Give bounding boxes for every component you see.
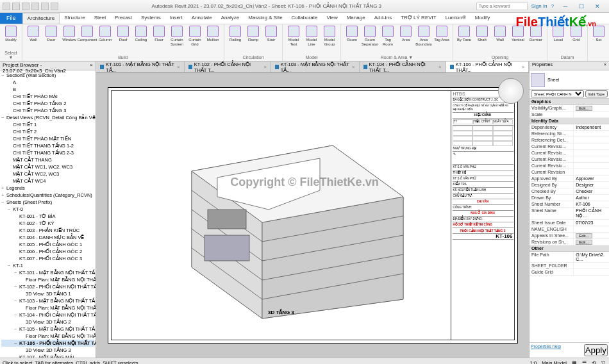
tree-node[interactable]: −Detail Views (RCVN_Detail Công Bản Vẽ) bbox=[1, 114, 94, 121]
ribbon-button[interactable]: Ramp bbox=[245, 26, 262, 42]
tree-node[interactable]: KT-007 - PHỐI CẢNH GÓC 3 bbox=[1, 255, 94, 262]
tree-node[interactable]: 3D View: 3D TẦNG 2 bbox=[1, 318, 94, 326]
sheet-viewport[interactable]: 3D TẦNG 3 bbox=[128, 107, 435, 325]
tree-node[interactable]: A bbox=[1, 79, 94, 86]
property-row[interactable]: Referencing Det... bbox=[530, 137, 609, 144]
close-icon[interactable]: × bbox=[604, 62, 606, 69]
tree-node[interactable]: KT-005 - PHỐI CẢNH GÓC 1 bbox=[1, 241, 94, 248]
tree-node[interactable]: −KT-103 - MẶT BẰNG NỘI THẤT TẦNG 2 bbox=[1, 297, 94, 304]
property-row[interactable]: Current Revisio... bbox=[530, 150, 609, 156]
tree-node[interactable]: CHI TIẾT PHÀO TẦNG 2 bbox=[1, 100, 94, 107]
minimize-button[interactable]: ─ bbox=[558, 1, 573, 12]
tree-node[interactable]: CHI TIẾT 2 bbox=[1, 128, 94, 135]
ribbon-tab[interactable]: Structure bbox=[60, 13, 89, 24]
tree-node[interactable]: MẶT CẮT THANG bbox=[1, 156, 94, 163]
ribbon-button[interactable]: Stair bbox=[263, 26, 279, 42]
type-preview[interactable]: Sheet bbox=[530, 70, 609, 90]
tree-node[interactable]: CHI TIẾT 1 bbox=[1, 121, 94, 128]
property-row[interactable]: Sheet Issue Date07/07/23 bbox=[530, 220, 609, 226]
tree-node[interactable]: KT-006 - PHỐI CẢNH GÓC 2 bbox=[1, 248, 94, 255]
document-tab[interactable]: KT-101 - MẬT BẰNG NỘI THẤT TẦ...× bbox=[96, 62, 185, 72]
ribbon-button[interactable]: Floor bbox=[151, 26, 167, 42]
tree-node[interactable]: −KT-105 - MẶT BẰNG NỘI THẤT TẦNG 3 bbox=[1, 326, 94, 333]
sb-icon[interactable]: ⟲ bbox=[590, 360, 597, 364]
tree-node[interactable]: Floor Plan: MẶT BẰNG NỘI THẤT bbox=[1, 304, 94, 311]
property-row[interactable]: Current Revisio... bbox=[530, 156, 609, 163]
ribbon-button[interactable]: Roof bbox=[115, 26, 131, 42]
ribbon-button[interactable]: Model Group bbox=[321, 26, 338, 47]
tree-node[interactable]: −KT-106 - PHỐI CẢNH NỘI THẤT TẦNG bbox=[1, 340, 94, 347]
ribbon-tab[interactable]: Insert bbox=[165, 13, 187, 24]
ribbon-button[interactable]: Railing bbox=[227, 26, 244, 42]
maximize-button[interactable]: ☐ bbox=[574, 1, 589, 12]
ribbon-tab[interactable]: Analyze bbox=[217, 13, 244, 24]
tree-node[interactable]: 3D View: 3D TẦNG 3 bbox=[1, 347, 94, 354]
apply-button[interactable]: Apply bbox=[584, 344, 608, 356]
tree-node[interactable]: −KT-101 - MẶT BẰNG NỘI THẤT TẦNG 1 bbox=[1, 269, 94, 276]
property-row[interactable]: Referencing Sh... bbox=[530, 131, 609, 137]
qat-print-icon[interactable] bbox=[51, 3, 58, 10]
qat-undo-icon[interactable] bbox=[31, 3, 39, 10]
property-row[interactable]: Revisions on Sh...Edit... bbox=[530, 239, 609, 245]
ribbon-button[interactable]: Model Text bbox=[285, 26, 302, 47]
qat-save-icon[interactable] bbox=[22, 3, 29, 10]
ribbon-button[interactable]: Ceiling bbox=[133, 26, 149, 42]
ribbon-tab[interactable]: Steel bbox=[90, 13, 110, 24]
sb-model[interactable]: Main Model bbox=[540, 360, 568, 364]
sb-zoom[interactable]: 1:0 bbox=[529, 360, 538, 364]
ribbon-button[interactable]: Shaft bbox=[474, 26, 490, 42]
property-row[interactable]: Current Revisio... bbox=[530, 163, 609, 169]
tree-node[interactable]: CHI TIẾT THANG TẦNG 2-3 bbox=[1, 149, 94, 156]
tree-node[interactable]: CHI TIẾT THANG TẦNG 1-2 bbox=[1, 142, 94, 149]
property-row[interactable]: Visibility/Graphi...Edit... bbox=[530, 105, 609, 112]
close-icon[interactable]: × bbox=[263, 64, 266, 70]
property-row[interactable]: Guide Grid bbox=[530, 269, 609, 276]
ribbon-button[interactable]: Curtain System bbox=[169, 26, 185, 47]
tree-node[interactable]: MẶT CẮT WC2, WC3 bbox=[1, 170, 94, 178]
ribbon-button[interactable]: Curtain Grid bbox=[187, 26, 203, 47]
project-browser-tree[interactable]: −Sections (Wall Section)ABCHI TIẾT PHÀO … bbox=[0, 70, 96, 358]
tree-node[interactable]: CHI TIẾT PHÀO MÁI bbox=[1, 93, 94, 100]
tree-node[interactable]: CHI TIẾT PHÀO TẦNG 3 bbox=[1, 107, 94, 114]
help-search-input[interactable] bbox=[476, 3, 528, 10]
ribbon-tab[interactable]: Annotate bbox=[187, 13, 217, 24]
property-row[interactable]: Current Revisio... bbox=[530, 144, 609, 150]
ribbon-button[interactable]: Mullion bbox=[204, 26, 221, 42]
file-tab[interactable]: File bbox=[0, 13, 22, 24]
qat-revit-icon[interactable] bbox=[3, 3, 10, 10]
property-row[interactable]: Approved ByApprover bbox=[530, 176, 609, 182]
property-row[interactable]: File PathG:\My Drive\2. C... bbox=[530, 252, 609, 263]
tree-node[interactable]: +Schedules/Quantities (Category_RCVN) bbox=[1, 192, 94, 199]
ribbon-button[interactable]: Area Boundary bbox=[415, 26, 432, 47]
tree-node[interactable]: CHI TIẾT PHÀO MẶT TIỀN bbox=[1, 135, 94, 142]
property-row[interactable]: Drawn ByAuthor bbox=[530, 195, 609, 201]
help-icon[interactable]: ? bbox=[551, 3, 554, 9]
document-tab[interactable]: KT-103 - MẬT BẰNG NỘI THẤT TẦ...× bbox=[271, 62, 360, 72]
qat-open-icon[interactable] bbox=[12, 3, 20, 10]
sb-filter-icon[interactable]: ▽ bbox=[600, 360, 606, 364]
document-tab[interactable]: KT-104 - PHỐI CẢNH NỘI THẤT T...× bbox=[360, 62, 446, 72]
ribbon-tab[interactable]: View bbox=[322, 13, 342, 24]
view-cube[interactable] bbox=[498, 78, 524, 104]
ribbon-button[interactable]: Room bbox=[344, 26, 360, 42]
tree-node[interactable]: Floor Plan: MẶT BẰNG NỘI THẤT bbox=[1, 333, 94, 340]
close-icon[interactable]: × bbox=[352, 64, 355, 70]
tree-node[interactable]: 3D View: 3D TẦNG 1 bbox=[1, 290, 94, 297]
close-icon[interactable]: × bbox=[522, 64, 524, 70]
ribbon-tab[interactable]: Add-Ins bbox=[370, 13, 397, 24]
close-icon[interactable]: × bbox=[438, 64, 441, 70]
property-row[interactable]: Designed ByDesigner bbox=[530, 182, 609, 188]
close-button[interactable]: ✕ bbox=[590, 1, 605, 12]
sb-icon[interactable]: ▦ bbox=[571, 360, 578, 364]
property-category[interactable]: Identity Data bbox=[530, 118, 609, 124]
ribbon-button[interactable]: Modify bbox=[3, 26, 19, 42]
tree-node[interactable]: Floor Plan: MẶT BẰNG NỘI THẤT bbox=[1, 276, 94, 283]
ribbon-button[interactable]: Area bbox=[397, 26, 414, 42]
property-row[interactable]: Scale bbox=[530, 112, 609, 118]
ribbon-tab[interactable]: TRỢ LÝ REVIT bbox=[396, 13, 440, 24]
property-category[interactable]: Graphics bbox=[530, 99, 609, 105]
tree-node[interactable]: −Sections (Wall Section) bbox=[1, 72, 94, 79]
property-category[interactable]: Other bbox=[530, 245, 609, 252]
document-tab[interactable]: KT-102 - PHỐI CẢNH NỘI THẤT T...× bbox=[185, 62, 271, 72]
ribbon-button[interactable]: Column bbox=[97, 26, 113, 42]
